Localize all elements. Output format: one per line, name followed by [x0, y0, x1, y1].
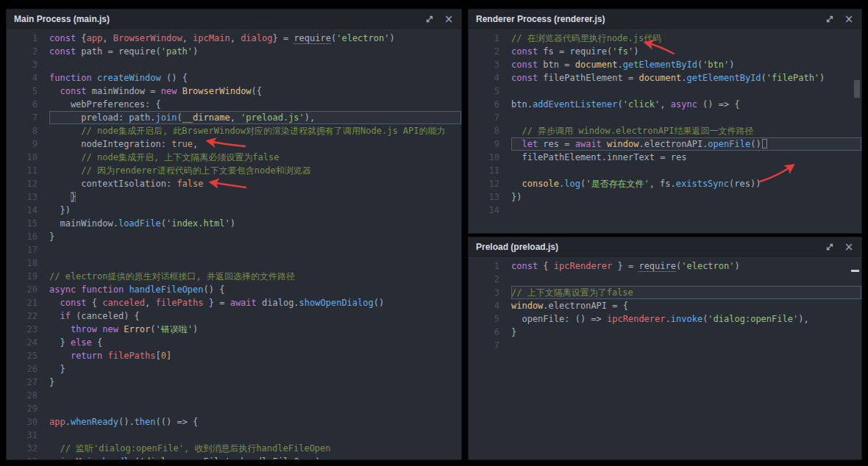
- code-line[interactable]: 16}: [7, 230, 461, 243]
- code-line[interactable]: 3// 上下文隔离设置为了false: [469, 286, 861, 299]
- code-line-text: const { canceled, filePaths } = await di…: [49, 296, 461, 309]
- code-line[interactable]: 31: [7, 429, 461, 442]
- code-line-text: [511, 339, 861, 352]
- line-number: 11: [469, 164, 499, 177]
- panel-header: Renderer Process (renderer.js) ×: [469, 10, 861, 29]
- code-line[interactable]: 13}): [469, 190, 861, 204]
- code-line[interactable]: 8 // node集成开启后, 此BrswerWindow对应的渲染进程就拥有了…: [7, 124, 461, 137]
- code-line[interactable]: 22 if (canceled) {: [7, 309, 461, 323]
- code-line[interactable]: 7: [469, 339, 861, 352]
- code-line-text: mainWindow.loadFile('index.html'): [49, 217, 461, 230]
- line-number: 22: [7, 309, 38, 323]
- line-number: 3: [469, 58, 499, 71]
- code-line[interactable]: 4const filePathElement = document.getEle…: [469, 71, 861, 85]
- code-line[interactable]: 25 return filePaths[0]: [7, 349, 461, 362]
- code-line[interactable]: 10 filePathElement.innerText = res: [469, 151, 861, 164]
- code-line[interactable]: 23 throw new Error('错误啦'): [7, 323, 461, 336]
- code-line-text: return filePaths[0]: [49, 349, 461, 362]
- code-line[interactable]: 28: [7, 389, 461, 402]
- code-line-text: [49, 402, 461, 415]
- line-number: 23: [7, 323, 38, 336]
- code-line[interactable]: 20async function handleFileOpen() {: [7, 283, 461, 296]
- line-number: 32: [7, 442, 38, 455]
- code-line[interactable]: 30app.whenReady().then(() => {: [7, 415, 461, 429]
- line-number: 3: [7, 58, 38, 71]
- code-line[interactable]: 18: [7, 257, 461, 270]
- scrollbar-thumb[interactable]: [854, 80, 860, 98]
- line-number: 5: [469, 312, 499, 326]
- code-line-text: [49, 429, 461, 442]
- code-line[interactable]: 2const fs = require('fs'): [469, 45, 861, 58]
- code-line[interactable]: 4function createWindow () {: [7, 71, 461, 85]
- code-line[interactable]: 14: [469, 204, 861, 217]
- code-line[interactable]: 1const { ipcRenderer } = require('electr…: [469, 259, 861, 273]
- scrollbar-thumb[interactable]: [851, 270, 859, 272]
- code-line[interactable]: 19// electron提供的原生对话框接口, 并返回选择的文件路径: [7, 270, 461, 283]
- code-line[interactable]: 26 }: [7, 362, 461, 376]
- code-line[interactable]: 5: [469, 85, 861, 98]
- close-icon[interactable]: ×: [444, 14, 454, 24]
- code-line[interactable]: 29: [7, 402, 461, 415]
- code-editor-preload[interactable]: 1const { ipcRenderer } = require('electr…: [469, 257, 861, 459]
- expand-icon[interactable]: [424, 14, 435, 24]
- code-line[interactable]: 9 let res = await window.electronAPI.ope…: [469, 137, 861, 151]
- code-line-text: [511, 85, 861, 98]
- code-line[interactable]: 11 // 因为renderer进程代码的上下文要包含node和浏览器: [7, 164, 461, 177]
- code-line[interactable]: 2: [469, 273, 861, 286]
- code-line[interactable]: 6 webPreferences: {: [7, 98, 461, 111]
- code-editor-main[interactable]: 1const {app, BrowserWindow, ipcMain, dia…: [7, 29, 461, 459]
- line-number: 10: [7, 151, 38, 164]
- code-line[interactable]: 8 // 异步调用 window.electronAPI结果返回一文件路径: [469, 124, 861, 137]
- code-line[interactable]: 2const path = require('path'): [7, 45, 461, 58]
- line-number: 7: [469, 111, 499, 124]
- line-number: 20: [7, 283, 38, 296]
- code-line-text: }: [49, 376, 461, 389]
- code-line[interactable]: 1// 在浏览器代码里执行node.js代码: [469, 32, 861, 45]
- code-line[interactable]: 3: [7, 58, 461, 71]
- code-line[interactable]: 1const {app, BrowserWindow, ipcMain, dia…: [7, 32, 461, 45]
- expand-icon[interactable]: [825, 242, 835, 252]
- code-line[interactable]: 6}: [469, 326, 861, 339]
- code-line-text: }: [49, 230, 461, 243]
- code-line[interactable]: 17: [7, 243, 461, 257]
- code-line-text: ipcMain.handle('dialog:openFile', handle…: [49, 455, 461, 459]
- code-editor-renderer[interactable]: 1// 在浏览器代码里执行node.js代码2const fs = requir…: [469, 29, 861, 233]
- code-line[interactable]: 5 openFile: () => ipcRenderer.invoke('di…: [469, 312, 861, 326]
- code-line[interactable]: 13 }: [7, 190, 461, 204]
- code-line[interactable]: 7: [469, 111, 861, 124]
- code-line[interactable]: 5 const mainWindow = new BrowserWindow({: [7, 85, 461, 98]
- code-line-text: // node集成开启, 上下文隔离必须设置为false: [49, 151, 461, 164]
- code-line-text: openFile: () => ipcRenderer.invoke('dial…: [511, 312, 861, 326]
- text-cursor: [762, 139, 767, 148]
- code-line[interactable]: 7 preload: path.join(__dirname, 'preload…: [7, 111, 461, 124]
- code-line[interactable]: 12 console.log('是否存在文件', fs.existsSync(r…: [469, 177, 861, 190]
- code-line[interactable]: 3const btn = document.getElementById('bt…: [469, 58, 861, 71]
- close-icon[interactable]: ×: [844, 242, 854, 252]
- code-line-text: contextIsolation: false: [49, 177, 461, 190]
- code-line[interactable]: 6btn.addEventListener('click', async () …: [469, 98, 861, 111]
- code-line[interactable]: 9 nodeIntegration: true,: [7, 137, 461, 151]
- code-line-text: [49, 243, 461, 257]
- code-line[interactable]: 33 ipcMain.handle('dialog:openFile', han…: [7, 455, 461, 459]
- code-line-text: }): [49, 204, 461, 217]
- code-line-text: } else {: [49, 336, 461, 349]
- code-line-text: }: [511, 326, 861, 339]
- line-number: 1: [7, 32, 38, 45]
- code-line[interactable]: 12 contextIsolation: false: [7, 177, 461, 190]
- code-line[interactable]: 4window.electronAPI = {: [469, 299, 861, 312]
- line-number: 5: [469, 85, 499, 98]
- code-line[interactable]: 11: [469, 164, 861, 177]
- code-line[interactable]: 15 mainWindow.loadFile('index.html'): [7, 217, 461, 230]
- close-icon[interactable]: ×: [844, 14, 854, 24]
- code-line-text: let res = await window.electronAPI.openF…: [511, 137, 861, 151]
- code-line[interactable]: 24 } else {: [7, 336, 461, 349]
- code-line[interactable]: 32 // 监听'dialog:openFile', 收到消息后执行handle…: [7, 442, 461, 455]
- code-line-text: [511, 164, 861, 177]
- code-line[interactable]: 21 const { canceled, filePaths } = await…: [7, 296, 461, 309]
- code-line[interactable]: 14 }): [7, 204, 461, 217]
- code-line-text: app.whenReady().then(() => {: [49, 415, 461, 429]
- expand-icon[interactable]: [825, 14, 835, 24]
- line-number: 9: [7, 137, 38, 151]
- code-line[interactable]: 27}: [7, 376, 461, 389]
- code-line[interactable]: 10 // node集成开启, 上下文隔离必须设置为false: [7, 151, 461, 164]
